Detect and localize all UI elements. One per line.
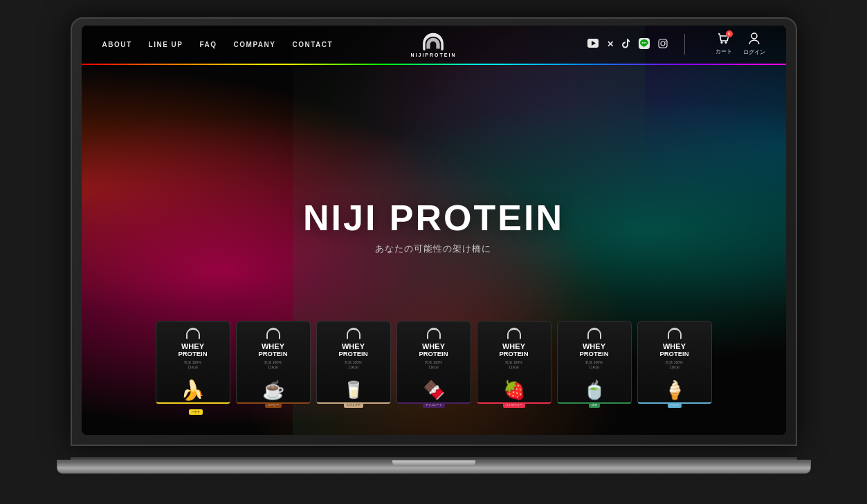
coffee-emoji: ☕ xyxy=(262,380,284,401)
bag-text-chocolate: WHEY PROTEIN xyxy=(419,342,448,358)
bag-logo-matcha xyxy=(586,327,603,339)
chocolate-emoji: 🍫 xyxy=(423,380,445,401)
bag-image-coffee: ☕ xyxy=(249,371,298,409)
tiktok-icon[interactable] xyxy=(622,39,630,50)
bag-text-vanilla: WHEY PROTEIN xyxy=(659,342,688,358)
bag-image-matcha: 🍵 xyxy=(570,371,619,409)
laptop-mockup: ABOUT LINE UP FAQ COMPANY CONTACT N xyxy=(71,17,797,487)
logo-icon xyxy=(421,32,446,51)
laptop-base xyxy=(57,460,811,474)
hero-title: NIJI PROTEIN xyxy=(303,200,564,236)
bag-details-matcha: 乳清 100% 11kcal xyxy=(585,360,602,370)
bag-details-vanilla: 乳清 100% 11kcal xyxy=(666,360,682,370)
bag-logo-coffee xyxy=(265,327,282,339)
bag-text-latte: WHEY PROTEIN xyxy=(338,342,367,358)
screen-bezel: ABOUT LINE UP FAQ COMPANY CONTACT N xyxy=(82,26,786,435)
bag-details-coffee: 乳清 100% 11kcal xyxy=(264,360,281,370)
svg-rect-6 xyxy=(659,39,667,48)
matcha-emoji: 🍵 xyxy=(583,380,605,401)
bag-text-matcha: WHEY PROTEIN xyxy=(579,342,608,358)
product-bag-latte[interactable]: WHEY PROTEIN 乳清 100% 11kcal 🥛 カフェラテ xyxy=(316,321,391,421)
login-label: ログイン xyxy=(743,48,765,56)
svg-point-9 xyxy=(720,41,722,44)
login-button[interactable]: ログイン xyxy=(743,32,765,56)
cart-badge: 0 xyxy=(726,30,733,37)
bag-logo-vanilla xyxy=(666,327,683,339)
bag-image-strawberry: 🍓 xyxy=(490,371,538,409)
product-bag-strawberry[interactable]: WHEY PROTEIN 乳清 100% 11kcal 🍓 ストロベリ xyxy=(477,321,551,421)
banana-emoji: 🍌 xyxy=(181,379,205,402)
products-row: WHEY PROTEIN 乳清 100% 11kcal 🍌 バナナ xyxy=(82,321,786,421)
hero-subtitle: あなたの可能性の架け橋に xyxy=(303,243,564,255)
bag-details-chocolate: 乳清 100% 11kcal xyxy=(425,360,441,370)
bag-image-banana: 🍌 xyxy=(169,371,217,409)
nav-link-about[interactable]: ABOUT xyxy=(102,41,132,48)
nav-right-section: ✕ xyxy=(587,32,765,56)
bag-details-strawberry: 乳清 100% 11kcal xyxy=(505,360,522,370)
bag-image-vanilla: 🍦 xyxy=(650,371,699,409)
nav-link-company[interactable]: COMPANY xyxy=(234,41,276,48)
bag-logo-strawberry xyxy=(506,327,522,339)
bag-image-latte: 🥛 xyxy=(329,371,378,409)
svg-point-8 xyxy=(664,40,665,41)
svg-point-3 xyxy=(641,42,643,44)
bag-logo-banana xyxy=(185,327,201,339)
bag-image-chocolate: 🍫 xyxy=(410,371,458,409)
nav-link-lineup[interactable]: LINE UP xyxy=(149,41,183,48)
bag-shape-latte: WHEY PROTEIN 乳清 100% 11kcal 🥛 xyxy=(316,321,391,404)
website-content: ABOUT LINE UP FAQ COMPANY CONTACT N xyxy=(82,26,786,435)
bag-text-banana: WHEY PROTEIN xyxy=(178,342,207,358)
navigation: ABOUT LINE UP FAQ COMPANY CONTACT N xyxy=(82,26,786,64)
hero-content: NIJI PROTEIN あなたの可能性の架け橋に xyxy=(303,200,564,255)
bag-shape-vanilla: WHEY PROTEIN 乳清 100% 11kcal 🍦 xyxy=(637,321,712,404)
nav-actions: 0 カート ロ xyxy=(715,32,765,56)
bag-shape-strawberry: WHEY PROTEIN 乳清 100% 11kcal 🍓 xyxy=(477,321,551,404)
nav-link-faq[interactable]: FAQ xyxy=(200,41,217,48)
nav-links: ABOUT LINE UP FAQ COMPANY CONTACT xyxy=(102,41,334,48)
bag-details-banana: 乳清 100% 11kcal xyxy=(184,360,201,370)
bag-text-strawberry: WHEY PROTEIN xyxy=(499,342,528,358)
bag-shape-coffee: WHEY PROTEIN 乳清 100% 11kcal ☕ xyxy=(236,321,311,404)
svg-point-4 xyxy=(644,42,645,44)
flavor-label-banana: バナナ xyxy=(189,409,203,415)
instagram-icon[interactable] xyxy=(658,39,668,50)
latte-emoji: 🥛 xyxy=(343,380,364,400)
strawberry-emoji: 🍓 xyxy=(503,380,525,401)
social-icons: ✕ xyxy=(587,38,668,51)
rainbow-line xyxy=(82,64,786,65)
product-bag-vanilla[interactable]: WHEY PROTEIN 乳清 100% 11kcal 🍦 バニラ xyxy=(637,321,712,421)
login-icon xyxy=(749,32,760,47)
product-bag-coffee[interactable]: WHEY PROTEIN 乳清 100% 11kcal ☕ コーヒー xyxy=(236,321,311,421)
line-icon[interactable] xyxy=(639,38,650,51)
nav-link-contact[interactable]: CONTACT xyxy=(292,41,333,48)
cart-label: カート xyxy=(715,48,732,55)
bag-shape-chocolate: WHEY PROTEIN 乳清 100% 11kcal 🍫 xyxy=(396,321,471,404)
bag-shape-matcha: WHEY PROTEIN 乳清 100% 11kcal 🍵 xyxy=(557,321,632,404)
bag-logo-chocolate xyxy=(426,327,442,339)
svg-point-5 xyxy=(645,42,646,44)
bag-details-latte: 乳清 100% 11kcal xyxy=(345,360,361,370)
twitter-x-icon[interactable]: ✕ xyxy=(607,39,614,49)
cart-icon: 0 xyxy=(718,33,730,46)
vanilla-emoji: 🍦 xyxy=(664,380,686,401)
laptop-lid: ABOUT LINE UP FAQ COMPANY CONTACT N xyxy=(71,17,797,446)
product-bag-matcha[interactable]: WHEY PROTEIN 乳清 100% 11kcal 🍵 抹茶 xyxy=(557,321,632,421)
product-bag-chocolate[interactable]: WHEY PROTEIN 乳清 100% 11kcal 🍫 チョコレー xyxy=(396,321,471,421)
svg-point-11 xyxy=(751,33,757,39)
bag-text-coffee: WHEY PROTEIN xyxy=(258,342,287,358)
youtube-icon[interactable] xyxy=(587,39,599,50)
svg-point-7 xyxy=(661,41,665,46)
bag-shape-banana: WHEY PROTEIN 乳清 100% 11kcal 🍌 xyxy=(156,321,230,404)
cart-button[interactable]: 0 カート xyxy=(715,33,732,55)
product-bag-banana[interactable]: WHEY PROTEIN 乳清 100% 11kcal 🍌 バナナ xyxy=(156,321,230,421)
site-logo[interactable]: NIJIPROTEIN xyxy=(411,32,457,57)
nav-divider xyxy=(684,34,685,55)
bag-logo-latte xyxy=(345,327,362,339)
logo-text: NIJIPROTEIN xyxy=(411,53,457,57)
svg-point-10 xyxy=(724,41,727,44)
